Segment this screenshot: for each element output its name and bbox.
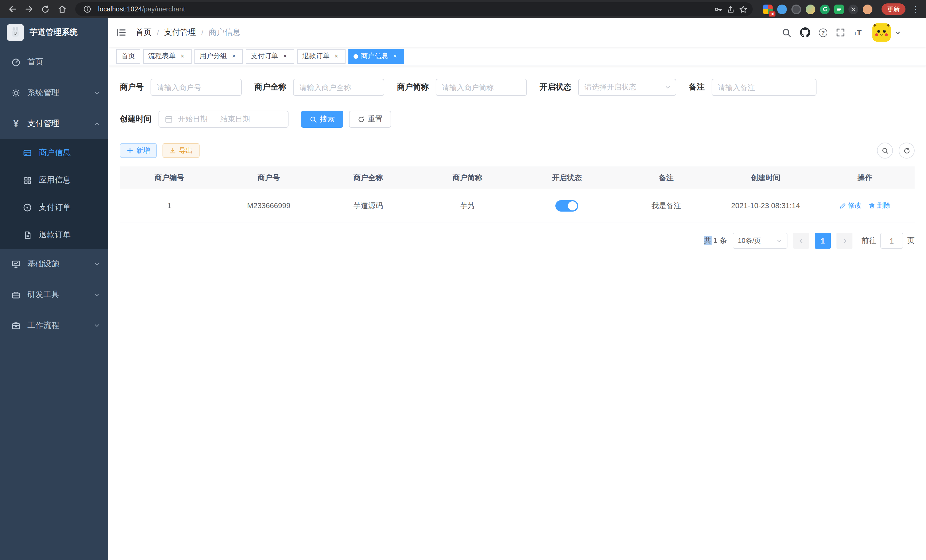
status-select[interactable]: 请选择开启状态	[578, 79, 676, 96]
sidebar-item-home[interactable]: 首页	[0, 47, 108, 77]
browser-back-icon[interactable]	[5, 2, 20, 17]
sidebar-item-app-info[interactable]: 应用信息	[0, 166, 108, 194]
filter-label: 备注	[689, 82, 705, 92]
merchant-no-input[interactable]	[151, 79, 242, 96]
breadcrumb-separator: /	[157, 28, 159, 37]
browser-forward-icon[interactable]	[21, 2, 36, 17]
close-icon[interactable]: ×	[179, 52, 186, 60]
close-icon[interactable]: ×	[230, 52, 238, 60]
extension-icon-3[interactable]	[791, 4, 801, 14]
page-number-button[interactable]: 1	[815, 233, 831, 249]
tab-home[interactable]: 首页	[117, 49, 140, 64]
filter-full-name: 商户全称	[254, 79, 384, 96]
browser-home-icon[interactable]	[54, 2, 70, 17]
chevron-down-icon	[776, 238, 782, 244]
short-name-input[interactable]	[436, 79, 527, 96]
sidebar-item-devtools[interactable]: 研发工具	[0, 279, 108, 310]
sidebar-item-pay[interactable]: ¥ 支付管理	[0, 108, 108, 139]
toolbox-icon	[11, 290, 21, 300]
prev-page-button[interactable]	[793, 233, 809, 249]
add-button[interactable]: 新增	[120, 143, 157, 158]
refresh-table-icon[interactable]	[899, 142, 915, 159]
extension-icon-6[interactable]	[834, 4, 844, 14]
full-name-input[interactable]	[293, 79, 384, 96]
sidebar-item-refund-orders[interactable]: 退款订单	[0, 221, 108, 249]
goto-page-input[interactable]	[881, 233, 903, 249]
edit-link[interactable]: 修改	[839, 201, 862, 210]
export-button[interactable]: 导出	[162, 143, 200, 158]
tab-refund-orders[interactable]: 退款订单 ×	[297, 49, 345, 64]
sidebar-item-merchant-info[interactable]: 商户信息	[0, 139, 108, 166]
cell-merchant-id: 1	[120, 201, 219, 210]
toggle-search-icon[interactable]	[877, 142, 893, 159]
sidebar-item-system[interactable]: 系统管理	[0, 77, 108, 108]
address-bar[interactable]: localhost:1024/pay/merchant	[75, 2, 753, 16]
search-button[interactable]: 搜索	[301, 110, 343, 128]
extension-icon-1[interactable]: 10	[763, 4, 773, 14]
password-key-icon[interactable]	[712, 3, 724, 15]
cell-status	[517, 200, 617, 211]
chevron-down-icon	[94, 322, 100, 329]
help-icon[interactable]: ?	[819, 28, 828, 37]
select-placeholder: 请选择开启状态	[584, 82, 636, 92]
close-icon[interactable]: ×	[281, 52, 289, 60]
hamburger-icon[interactable]	[117, 27, 127, 38]
reset-button[interactable]: 重置	[349, 110, 391, 128]
extension-badge: 10	[769, 11, 775, 16]
remark-input[interactable]	[712, 79, 817, 96]
tab-user-group[interactable]: 用户分组 ×	[194, 49, 243, 64]
cell-create-time: 2021-10-23 08:31:14	[716, 201, 816, 210]
extension-icon-8[interactable]	[863, 4, 872, 14]
sidebar-item-workflow[interactable]: 工作流程	[0, 310, 108, 341]
edit-icon	[839, 202, 846, 209]
close-icon[interactable]: ×	[333, 52, 340, 60]
sidebar-item-pay-orders[interactable]: 支付订单	[0, 194, 108, 221]
url-text: localhost:1024/pay/merchant	[98, 6, 712, 12]
browser-reload-icon[interactable]	[38, 2, 53, 17]
bookmark-star-icon[interactable]	[737, 3, 749, 15]
site-info-icon[interactable]	[81, 3, 94, 15]
sidebar-item-infra[interactable]: 基础设施	[0, 249, 108, 279]
next-page-button[interactable]	[837, 233, 852, 249]
breadcrumb-home[interactable]: 首页	[136, 27, 152, 38]
font-size-icon[interactable]: TT	[853, 29, 862, 36]
share-icon[interactable]	[724, 3, 737, 15]
filter-label: 开启状态	[539, 82, 571, 92]
tab-process-form[interactable]: 流程表单 ×	[143, 49, 192, 64]
breadcrumb: 首页 / 支付管理 / 商户信息	[136, 27, 241, 38]
browser-menu-icon[interactable]: ⋮	[910, 5, 921, 14]
cell-full-name: 芋道源码	[318, 200, 418, 211]
extension-icon-5[interactable]	[820, 4, 830, 14]
pagination-total: 共 1 条	[704, 236, 727, 246]
page-size-select[interactable]: 10条/页	[733, 233, 787, 249]
app-logo[interactable]: 芋道管理系统	[0, 18, 108, 47]
tab-merchant-info[interactable]: 商户信息 ×	[348, 49, 404, 64]
tab-pay-orders[interactable]: 支付订单 ×	[246, 49, 294, 64]
extension-icon-7[interactable]	[849, 4, 858, 14]
fullscreen-icon[interactable]	[836, 28, 845, 37]
close-icon[interactable]: ×	[391, 52, 399, 60]
grid-icon	[23, 176, 32, 185]
breadcrumb-pay[interactable]: 支付管理	[164, 27, 196, 38]
table-header-row: 商户编号 商户号 商户全称 商户简称 开启状态 备注 创建时间 操作	[120, 166, 915, 189]
top-navbar: 首页 / 支付管理 / 商户信息 ?	[108, 18, 926, 47]
header-search-icon[interactable]	[782, 28, 791, 37]
user-avatar[interactable]	[872, 23, 891, 42]
status-toggle[interactable]	[555, 200, 578, 211]
tags-view: 首页 流程表单 × 用户分组 × 支付订单 × 退款订单 ×	[108, 47, 926, 66]
sidebar-item-label: 系统管理	[27, 88, 87, 98]
pagination: 共 1 条 10条/页 1 前往	[120, 233, 915, 249]
user-menu[interactable]	[872, 23, 901, 42]
extension-icon-4[interactable]	[806, 4, 816, 14]
filter-label: 创建时间	[120, 114, 152, 124]
sidebar: 芋道管理系统 首页 系统管理	[0, 18, 108, 560]
delete-link[interactable]: 删除	[869, 201, 891, 210]
github-icon[interactable]	[800, 27, 810, 38]
browser-update-button[interactable]: 更新	[882, 3, 905, 15]
extension-icon-2[interactable]	[777, 4, 787, 14]
date-range-picker[interactable]: 开始日期 - 结束日期	[159, 110, 289, 128]
gear-icon	[11, 88, 21, 97]
refresh-icon	[357, 115, 365, 123]
question-mark: ?	[819, 28, 828, 37]
column-header: 商户简称	[418, 167, 517, 189]
